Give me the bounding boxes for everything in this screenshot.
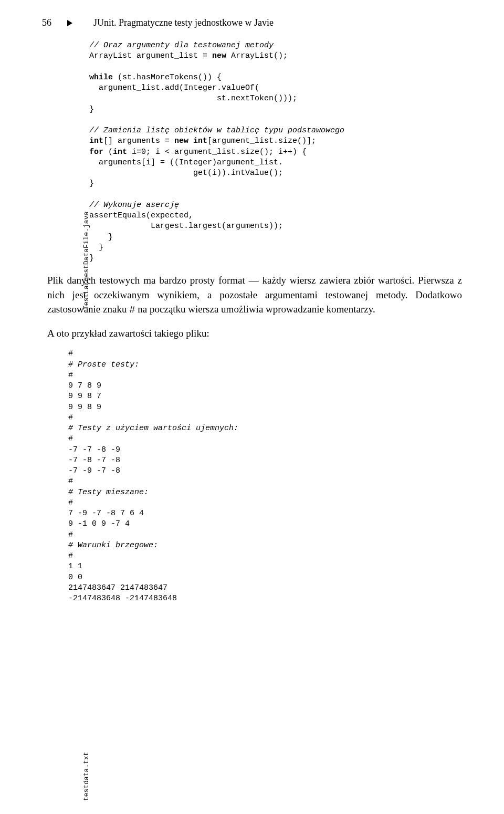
- sidebar-filename-1: TestLargestDataFile.java: [81, 212, 92, 310]
- code-line: }: [89, 105, 94, 114]
- code-line: [] arguments =: [103, 137, 174, 145]
- paragraph-1: Plik danych testowych ma bardzo prosty f…: [47, 273, 462, 318]
- page-number: 56: [42, 16, 51, 30]
- code-keyword: new: [212, 51, 226, 60]
- code-line: -7 -7 -8 -9: [68, 445, 120, 454]
- triangle-right-icon: [67, 20, 72, 26]
- code-line: #: [68, 498, 73, 507]
- paragraph-2: A oto przykład zawartości takiego pliku:: [47, 326, 462, 341]
- code-line: (: [103, 148, 113, 156]
- sidebar-filename-2: testdata.txt: [81, 752, 92, 801]
- code-comment: // Zamienia listę obiektów w tablicę typ…: [89, 126, 344, 135]
- code-line: [argument_list.size()];: [207, 137, 316, 145]
- code-keyword: int: [113, 148, 127, 156]
- code-line: assertEquals(expected,: [89, 211, 193, 220]
- code-line: 2147483647 2147483647: [68, 583, 167, 592]
- code-line: 9 -1 0 9 -7 4: [68, 519, 130, 528]
- code-block-2: # # Proste testy: # 9 7 8 9 9 9 8 7 9 9 …: [68, 349, 462, 604]
- code-line: #: [68, 434, 73, 443]
- code-block-1: // Oraz argumenty dla testowanej metody …: [89, 40, 462, 264]
- code-line: #: [68, 349, 73, 358]
- code-line: get(i)).intValue();: [89, 169, 283, 178]
- code-line: ArrayList argument_list =: [89, 51, 212, 60]
- code-keyword: for: [89, 148, 103, 156]
- code-line: }: [89, 233, 113, 242]
- code-line: -7 -8 -7 -8: [68, 456, 120, 465]
- code-line: 9 9 8 7: [68, 392, 101, 401]
- code-line: #: [68, 477, 73, 486]
- code-comment: // Oraz argumenty dla testowanej metody: [89, 41, 274, 50]
- code-keyword: new int: [174, 137, 207, 145]
- code-keyword: int: [89, 137, 103, 145]
- code-line: 9 9 8 9: [68, 403, 101, 412]
- code-comment: # Testy mieszane:: [68, 488, 149, 497]
- code-line: i=0; i < argument_list.size(); i++) {: [127, 148, 307, 156]
- code-line: }: [89, 179, 94, 188]
- code-line: #: [68, 371, 73, 380]
- code-comment: # Proste testy:: [68, 360, 139, 369]
- inline-code: #: [129, 304, 135, 316]
- page-wrapper: 56 JUnit. Pragmatyczne testy jednostkowe…: [42, 16, 462, 604]
- page-title: JUnit. Pragmatyczne testy jednostkowe w …: [93, 16, 274, 30]
- code-line: #: [68, 551, 73, 560]
- code-line: #: [68, 530, 73, 539]
- code-line: arguments[i] = ((Integer)argument_list.: [89, 158, 283, 167]
- code-comment: # Testy z użyciem wartości ujemnych:: [68, 424, 238, 433]
- code-line: 7 -9 -7 -8 7 6 4: [68, 509, 144, 518]
- code-line: 1 1: [68, 562, 82, 571]
- code-comment: # Warunki brzegowe:: [68, 541, 158, 550]
- code-line: (st.hasMoreTokens()) {: [113, 73, 222, 82]
- code-comment: // Wykonuje asercję: [89, 201, 179, 210]
- code-line: 9 7 8 9: [68, 381, 101, 390]
- code-line: ArrayList();: [226, 51, 288, 60]
- code-line: -7 -9 -7 -8: [68, 466, 120, 475]
- code-keyword: while: [89, 73, 113, 82]
- code-line: #: [68, 413, 73, 422]
- code-line: st.nextToken()));: [89, 94, 297, 103]
- code-line: -2147483648 -2147483648: [68, 594, 177, 603]
- code-line: argument_list.add(Integer.valueOf(: [89, 84, 259, 92]
- code-line: 0 0: [68, 573, 82, 582]
- paragraph-text: na początku wiersza umożliwia wprowadzan…: [135, 304, 375, 315]
- code-line: Largest.largest(arguments));: [89, 222, 283, 231]
- page-header: 56 JUnit. Pragmatyczne testy jednostkowe…: [42, 16, 462, 30]
